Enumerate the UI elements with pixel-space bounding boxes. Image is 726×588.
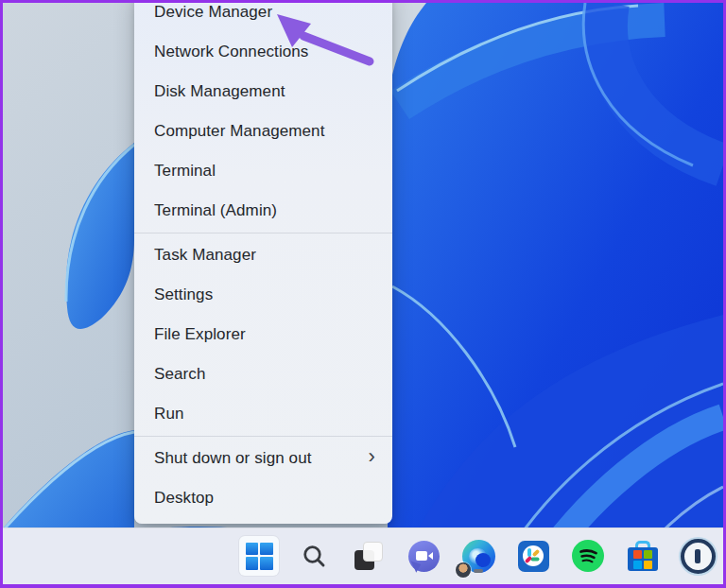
menu-item-label: Device Manager [154, 3, 272, 22]
menu-item-label: Run [154, 405, 184, 424]
task-view-icon [354, 542, 383, 570]
menu-item-label: Computer Management [154, 122, 325, 141]
menu-item-network-connections[interactable]: Network Connections [134, 32, 392, 72]
store-button[interactable] [623, 536, 663, 576]
menu-item-shut-down-or-sign-out[interactable]: Shut down or sign out › [134, 439, 392, 478]
chat-button[interactable] [404, 536, 443, 576]
chat-video-icon [408, 541, 440, 572]
menu-item-label: Desktop [154, 489, 214, 508]
menu-item-settings[interactable]: Settings [134, 275, 392, 315]
slack-button[interactable] [513, 536, 553, 576]
menu-item-run[interactable]: Run [134, 394, 392, 434]
menu-item-desktop[interactable]: Desktop [134, 478, 392, 518]
desktop: Device Manager Network Connections Disk … [3, 3, 723, 584]
windows-logo-icon [246, 543, 273, 570]
menu-separator [134, 436, 392, 437]
menu-item-label: Disk Management [154, 82, 285, 101]
search-button[interactable] [294, 536, 334, 576]
menu-item-label: File Explorer [154, 325, 246, 344]
menu-item-label: Terminal [154, 162, 216, 181]
menu-item-terminal-admin[interactable]: Terminal (Admin) [134, 191, 392, 231]
search-icon [302, 544, 327, 569]
spotify-button[interactable] [568, 536, 608, 576]
menu-item-device-manager[interactable]: Device Manager [134, 3, 392, 32]
edge-button[interactable] [458, 536, 498, 576]
menu-item-label: Settings [154, 285, 213, 304]
menu-item-task-manager[interactable]: Task Manager [134, 235, 392, 275]
running-indicator [474, 569, 483, 573]
chevron-right-icon: › [369, 446, 375, 467]
menu-separator [134, 233, 392, 233]
user-avatar [456, 562, 471, 578]
slack-icon [518, 541, 549, 572]
microsoft-store-icon [628, 540, 658, 572]
start-button[interactable] [239, 536, 279, 576]
winx-context-menu: Device Manager Network Connections Disk … [134, 3, 392, 524]
menu-item-label: Shut down or sign out [154, 449, 312, 468]
onepassword-button[interactable] [678, 536, 717, 576]
taskbar [3, 527, 723, 584]
taskbar-icon-row [239, 527, 717, 584]
menu-item-computer-management[interactable]: Computer Management [134, 112, 392, 151]
menu-item-search[interactable]: Search [134, 355, 392, 394]
menu-item-file-explorer[interactable]: File Explorer [134, 315, 392, 355]
menu-item-label: Task Manager [154, 246, 256, 265]
menu-item-label: Search [154, 365, 205, 384]
task-view-button[interactable] [349, 536, 389, 576]
menu-item-terminal[interactable]: Terminal [134, 151, 392, 191]
1password-icon [681, 539, 716, 574]
menu-item-label: Terminal (Admin) [154, 201, 277, 220]
menu-item-disk-management[interactable]: Disk Management [134, 72, 392, 112]
menu-item-label: Network Connections [154, 43, 308, 61]
spotify-icon [572, 540, 604, 572]
